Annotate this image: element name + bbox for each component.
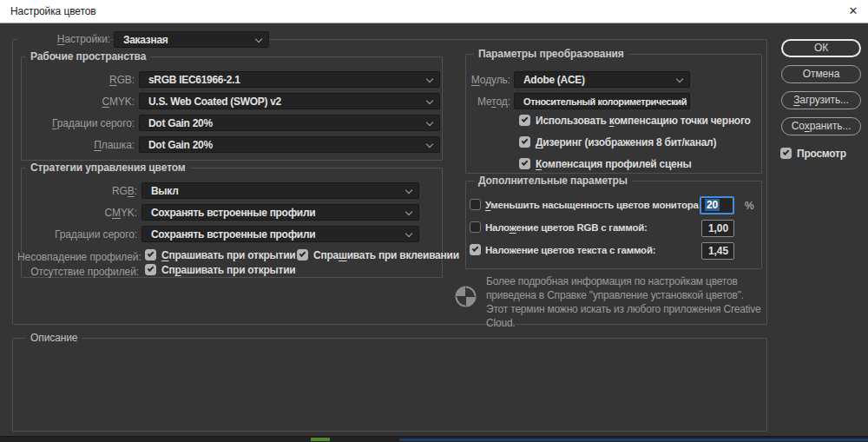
chevron-down-icon [255,36,262,43]
ws-rgb-select[interactable]: sRGB IEC61966-2.1 [139,71,440,88]
missing-ask-opening-checkbox[interactable] [145,264,156,275]
blend-text-gamma-input[interactable]: 1,45 [701,242,734,260]
check-icon [783,148,790,155]
pol-rgb-label: RGB: [17,184,137,198]
desktop-sliver [0,437,868,442]
check-icon [522,115,529,122]
desaturate-monitor-caption[interactable]: Уменьшить насыщенность цветов монитора н… [485,199,715,211]
preview-checkbox[interactable] [780,148,792,159]
mismatch-ask-opening-checkbox[interactable] [145,249,156,261]
ws-spot-select[interactable]: Dot Gain 20% [139,136,440,153]
chevron-down-icon [405,230,412,237]
pol-rgb-select[interactable]: Выкл [141,182,419,199]
ok-button[interactable]: ОК [781,39,861,57]
percent-unit: % [745,199,754,213]
dither-caption[interactable]: Дизеринг (изображения 8 бит/канал) [536,136,716,148]
chevron-down-icon [426,141,433,148]
working-spaces-title: Рабочие пространства [26,51,150,63]
mismatch-ask-pasting-checkbox[interactable] [297,249,308,261]
chevron-down-icon [405,208,412,215]
cancel-button[interactable]: Отмена [781,65,861,83]
blend-rgb-gamma-input[interactable]: 1,00 [701,220,734,237]
missing-ask-opening-caption[interactable]: Спрашивать при открытии [161,264,295,276]
blend-rgb-checkbox[interactable] [470,221,481,233]
settings-select[interactable]: Заказная [114,31,269,48]
check-icon [148,265,155,272]
desaturate-percent-input[interactable]: 20 [700,196,734,214]
blend-rgb-caption[interactable]: Наложение цветов RGB с гаммой: [485,221,648,234]
engine-select[interactable]: Adobe (ACE) [514,71,690,88]
settings-value: Заказная [123,32,168,48]
check-icon [299,250,306,257]
close-button[interactable]: ✕ [838,0,868,23]
black-point-checkbox[interactable] [519,115,530,126]
pol-cmyk-select[interactable]: Сохранять встроенные профили [141,204,419,221]
description-title: Описание [26,333,82,344]
chevron-down-icon [405,187,412,194]
missing-label: Отсутствие профилей: [17,265,139,279]
blend-text-caption[interactable]: Наложение цветов текста с гаммой: [485,244,655,256]
intent-label: Метод: [434,95,510,109]
pol-cmyk-label: CMYK: [17,206,137,220]
taskbar-fragment-blue [399,439,868,441]
ws-spot-label: Плашка: [17,138,135,152]
advanced-title: Дополнительные параметры [474,175,632,187]
black-point-caption[interactable]: Использовать компенсацию точки черного [536,115,751,127]
close-icon: ✕ [849,4,858,17]
intent-select[interactable]: Относительный колориметрический [514,93,690,109]
policies-title: Стратегии управления цветом [26,162,190,174]
color-sync-icon [454,285,477,311]
check-icon [522,159,529,166]
blend-text-checkbox[interactable] [470,244,481,255]
color-settings-dialog: Настройка цветов ✕ Настройки: Заказная Р… [0,0,868,442]
taskbar-fragment-green [311,438,330,441]
mismatch-ask-opening-caption[interactable]: Спрашивать при открытии [161,249,295,261]
settings-label: Настройки: [17,32,110,46]
ws-cmyk-label: CMYK: [17,95,135,109]
mismatch-ask-pasting-caption[interactable]: Спрашивать при вклеивании [313,249,459,261]
check-icon [148,250,155,257]
description-group [12,338,767,432]
scene-profiles-caption[interactable]: Компенсация профилей сцены [536,158,692,170]
ws-cmyk-select[interactable]: U.S. Web Coated (SWOP) v2 [139,93,440,109]
chevron-down-icon [426,76,433,82]
check-icon [472,245,479,252]
window-title: Настройка цветов [10,0,96,23]
engine-label: Модуль: [434,73,510,87]
ws-gray-label: Градации серого: [17,116,135,130]
pol-gray-select[interactable]: Сохранять встроенные профили [141,226,419,242]
dither-checkbox[interactable] [519,136,530,148]
pol-gray-label: Градации серого: [17,228,137,241]
help-info-text: Более подробная информация по настройкам… [486,274,766,330]
mismatch-label: Несовпадение профилей: [17,250,139,264]
preview-caption[interactable]: Просмотр [797,148,846,160]
scene-profiles-checkbox[interactable] [519,158,530,169]
chevron-down-icon [426,119,433,126]
title-bar: Настройка цветов ✕ [0,0,868,23]
chevron-down-icon [426,97,433,104]
ws-rgb-label: RGB: [17,73,135,87]
desaturate-monitor-checkbox[interactable] [470,199,481,210]
chevron-down-icon [676,76,683,82]
load-button[interactable]: Загрузить... [781,91,861,109]
ws-gray-select[interactable]: Dot Gain 20% [139,115,440,131]
check-icon [522,137,529,144]
conversion-title: Параметры преобразования [474,49,628,60]
save-button[interactable]: Сохранить... [781,117,861,135]
